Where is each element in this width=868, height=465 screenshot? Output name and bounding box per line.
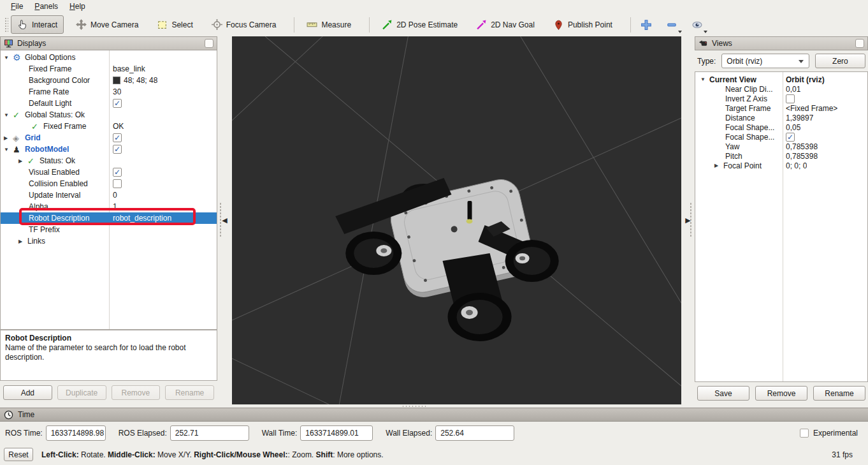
display-property-row[interactable]: RobotModel — [1, 144, 217, 155]
property-value-cell[interactable]: Orbit (rviz) — [783, 75, 867, 84]
view-property-row[interactable]: Target Frame <Fixed Frame> — [695, 103, 867, 113]
displays-tree[interactable]: Global Options — [0, 50, 217, 330]
property-value-cell[interactable]: 30 — [109, 87, 217, 96]
tool-2d-pose-estimate[interactable]: 2D Pose Estimate — [375, 15, 464, 34]
view-property-row[interactable]: Focal Shape... — [695, 132, 867, 142]
expander-icon[interactable] — [700, 77, 709, 82]
property-value-cell[interactable]: robot_description — [109, 214, 217, 223]
view-property-row[interactable]: Yaw 0,785398 — [695, 142, 867, 151]
display-property-row[interactable]: Grid — [1, 132, 217, 144]
display-property-row[interactable]: Fixed Frame base_link — [1, 63, 217, 75]
reset-button[interactable]: Reset — [4, 448, 33, 461]
display-property-row[interactable]: Update Interval 0 — [1, 189, 217, 201]
menu-panels[interactable]: Panels — [29, 1, 64, 12]
property-value-cell[interactable] — [109, 168, 217, 177]
display-property-row[interactable]: TF Prefix — [1, 224, 217, 235]
checkbox[interactable] — [113, 145, 122, 154]
checkbox[interactable] — [786, 94, 795, 103]
tool-interact[interactable]: Interact — [11, 15, 64, 34]
experimental-checkbox[interactable] — [800, 429, 809, 438]
property-value-cell[interactable]: 1 — [109, 202, 217, 211]
display-property-row[interactable]: Collision Enabled — [1, 178, 217, 189]
expander-icon[interactable] — [4, 55, 13, 61]
checkbox[interactable] — [113, 168, 122, 177]
displays-panel-header[interactable]: Displays — [0, 36, 217, 50]
display-property-row[interactable]: Links — [1, 235, 217, 247]
view-property-row[interactable]: Invert Z Axis — [695, 94, 867, 103]
left-panel-splitter[interactable]: ◀ — [217, 36, 232, 404]
property-value-cell[interactable]: 1,39897 — [783, 114, 867, 122]
display-property-row[interactable]: Frame Rate 30 — [1, 86, 217, 98]
view-property-row[interactable]: Current View Orbit (rviz) — [695, 75, 867, 84]
property-value-cell[interactable]: OK — [109, 122, 217, 131]
property-value-cell[interactable]: 48; 48; 48 — [109, 76, 217, 85]
property-value-cell[interactable] — [783, 133, 867, 142]
3d-viewport[interactable] — [232, 36, 681, 404]
property-value-cell[interactable] — [109, 145, 217, 154]
expander-icon[interactable] — [4, 147, 13, 152]
property-value-cell[interactable]: 0,01 — [783, 85, 867, 94]
rename-view-button[interactable]: Rename — [813, 386, 865, 401]
display-property-row[interactable]: Global Status: Ok — [1, 109, 217, 121]
menu-help[interactable]: Help — [64, 1, 91, 12]
display-property-row[interactable]: Global Options — [1, 52, 217, 63]
right-panel-splitter[interactable]: ▶ — [681, 36, 695, 404]
property-value-cell[interactable]: 0,05 — [783, 123, 867, 132]
checkbox[interactable] — [786, 133, 795, 142]
expander-icon[interactable] — [18, 239, 27, 244]
display-property-row[interactable]: Robot Description robot_description — [1, 212, 217, 224]
view-type-dropdown[interactable]: Orbit (rviz) — [721, 54, 809, 68]
tool-focus-camera[interactable]: Focus Camera — [205, 15, 283, 34]
property-value-cell[interactable]: base_link — [109, 64, 217, 73]
add-button[interactable]: Add — [3, 385, 52, 400]
tool-2d-nav-goal[interactable]: 2D Nav Goal — [470, 15, 541, 34]
remove-view-button[interactable]: Remove — [755, 386, 807, 401]
view-property-row[interactable]: Focal Shape... 0,05 — [695, 122, 867, 132]
wall-time-input[interactable]: 1633714899.01 — [300, 425, 373, 441]
checkbox[interactable] — [113, 133, 122, 142]
display-property-row[interactable]: Alpha 1 — [1, 201, 217, 212]
time-panel-splitter[interactable] — [0, 404, 868, 408]
remove-tool-button[interactable] — [662, 17, 681, 33]
tool-select[interactable]: Select — [150, 15, 199, 34]
property-value-cell[interactable] — [109, 99, 217, 108]
property-value-cell[interactable]: 0,785398 — [783, 152, 867, 161]
property-value-cell[interactable]: 0,785398 — [783, 142, 867, 151]
toolbar-grip[interactable] — [4, 17, 8, 33]
tool-measure[interactable]: Measure — [300, 15, 358, 34]
tool-move-camera[interactable]: Move Camera — [69, 15, 145, 34]
property-value-cell[interactable]: 0; 0; 0 — [783, 161, 867, 170]
property-value-cell[interactable] — [783, 94, 867, 103]
property-value-cell[interactable] — [109, 133, 217, 142]
display-property-row[interactable]: Background Color 48; 48; 48 — [1, 75, 217, 86]
wall-elapsed-input[interactable]: 252.64 — [435, 425, 514, 441]
ros-elapsed-input[interactable]: 252.71 — [170, 425, 249, 441]
property-value-cell[interactable]: <Fixed Frame> — [783, 104, 867, 113]
display-property-row[interactable]: Visual Enabled — [1, 166, 217, 178]
display-property-row[interactable]: Default Light — [1, 98, 217, 109]
zero-button[interactable]: Zero — [815, 54, 865, 68]
view-property-row[interactable]: Focal Point 0; 0; 0 — [695, 161, 867, 170]
visibility-tool-button[interactable] — [688, 17, 707, 33]
tool-publish-point[interactable]: Publish Point — [547, 15, 619, 34]
display-property-row[interactable]: Fixed Frame OK — [1, 121, 217, 132]
property-value-cell[interactable] — [109, 179, 217, 188]
menu-file[interactable]: File — [5, 1, 29, 12]
panel-float-button[interactable] — [205, 39, 213, 48]
time-panel-header[interactable]: Time — [0, 408, 868, 422]
expander-icon[interactable] — [4, 135, 13, 141]
property-value-cell[interactable]: 0 — [109, 191, 217, 200]
expander-icon[interactable] — [714, 163, 723, 168]
panel-float-button[interactable] — [855, 39, 864, 48]
view-property-row[interactable]: Pitch 0,785398 — [695, 151, 867, 161]
add-tool-button[interactable] — [637, 17, 656, 33]
checkbox[interactable] — [113, 99, 122, 108]
views-tree[interactable]: Current View Orbit (rviz) N — [695, 71, 868, 382]
display-property-row[interactable]: Status: Ok — [1, 155, 217, 166]
view-property-row[interactable]: Near Clip Di... 0,01 — [695, 84, 867, 94]
views-panel-header[interactable]: Views — [695, 36, 868, 50]
ros-time-input[interactable]: 1633714898.98 — [46, 425, 106, 441]
expander-icon[interactable] — [18, 158, 27, 164]
collapse-left-arrow-icon[interactable]: ◀ — [222, 216, 227, 225]
save-button[interactable]: Save — [697, 386, 749, 401]
